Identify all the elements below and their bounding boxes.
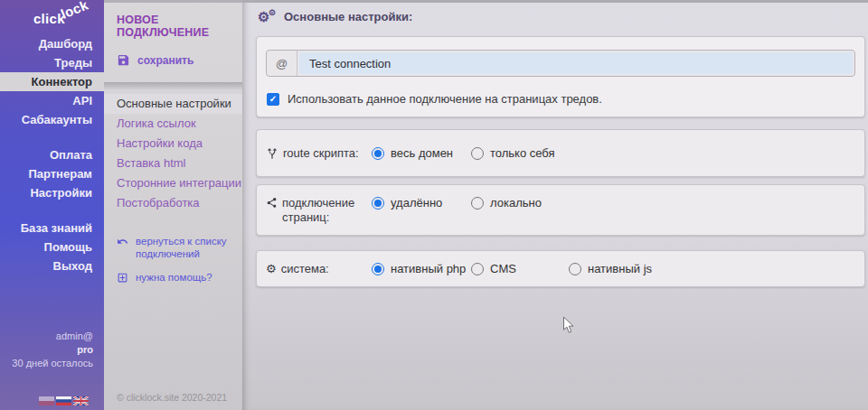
logo-text-lock: lock bbox=[58, 0, 90, 22]
sidebar-item-partners[interactable]: Партнерам bbox=[0, 164, 104, 183]
connection-panel: НОВОЕ ПОДКЛЮЧЕНИЕ сохранить Основные нас… bbox=[104, 0, 242, 410]
gears-icon: ⚙⚙ bbox=[258, 10, 276, 23]
page-title-text: Основные настройки: bbox=[284, 10, 412, 23]
menu-item-html-insert[interactable]: Вставка html bbox=[104, 154, 242, 173]
save-icon bbox=[117, 53, 130, 67]
poland-flag-icon[interactable] bbox=[39, 396, 54, 405]
connection-name-card: @ Использовать данное подключение на стр… bbox=[256, 36, 865, 117]
menu-item-third-party-integrations[interactable]: Сторонние интеграции bbox=[104, 173, 242, 193]
share-icon bbox=[266, 197, 278, 209]
account-info: admin@ pro 30 дней осталось bbox=[12, 330, 93, 370]
radio-only-self[interactable] bbox=[471, 147, 484, 160]
system-card: ⚙ система: нативный php CMS нативный js bbox=[256, 250, 865, 287]
menu-item-link-logic[interactable]: Логика ссылок bbox=[104, 114, 242, 134]
sidebar: clicklock Дашборд Треды Коннектор API Са… bbox=[0, 0, 104, 410]
use-on-threads-checkbox[interactable] bbox=[267, 93, 279, 106]
script-route-options: весь домен только себя bbox=[372, 146, 555, 160]
panel-divider bbox=[104, 82, 242, 90]
option-remote[interactable]: удалённо bbox=[372, 196, 471, 210]
page-connection-row: подключение страниц: удалённо локально bbox=[257, 185, 864, 225]
panel-links: вернуться к списку подключений нужна пом… bbox=[117, 235, 242, 284]
option-native-php[interactable]: нативный php bbox=[372, 262, 471, 275]
app-window: clicklock Дашборд Треды Коннектор API Са… bbox=[0, 0, 868, 410]
uk-flag-icon[interactable] bbox=[73, 396, 89, 405]
page-title: ⚙⚙ Основные настройки: bbox=[258, 10, 412, 23]
system-label-text: система: bbox=[281, 262, 329, 276]
language-switcher bbox=[39, 396, 89, 405]
option-local[interactable]: локально bbox=[471, 196, 542, 210]
nav-group-gap bbox=[0, 129, 104, 145]
sidebar-item-api[interactable]: API bbox=[0, 91, 104, 110]
page-connection-options: удалённо локально bbox=[372, 196, 542, 210]
undo-icon bbox=[117, 236, 128, 247]
radio-native-js[interactable] bbox=[569, 263, 581, 275]
menu-item-basic-settings[interactable]: Основные настройки bbox=[104, 94, 242, 114]
sidebar-item-subaccounts[interactable]: Сабакаунты bbox=[0, 110, 104, 129]
page-connection-card: подключение страниц: удалённо локально bbox=[256, 184, 865, 236]
panel-title: НОВОЕ ПОДКЛЮЧЕНИЕ bbox=[104, 3, 242, 39]
help-link-label: нужна помощь? bbox=[136, 271, 212, 284]
menu-item-postprocessing[interactable]: Постобработка bbox=[104, 193, 242, 213]
script-route-row: route скрипта: весь домен только себя bbox=[257, 130, 864, 176]
at-icon: @ bbox=[267, 51, 297, 76]
sidebar-item-payment[interactable]: Оплата bbox=[0, 145, 104, 164]
script-route-label: route скрипта: bbox=[266, 146, 372, 161]
sidebar-nav: Дашборд Треды Коннектор API Сабакаунты О… bbox=[0, 34, 104, 275]
russia-flag-icon[interactable] bbox=[56, 396, 71, 405]
account-days-left: 30 дней осталось bbox=[12, 357, 93, 370]
account-email: admin@ bbox=[12, 330, 93, 343]
page-connection-label-text: подключение страниц: bbox=[282, 196, 372, 225]
main-content: ⚙⚙ Основные настройки: @ Использовать да… bbox=[242, 0, 868, 410]
option-native-js[interactable]: нативный js bbox=[569, 262, 652, 275]
clicklock-logo: clicklock bbox=[0, 0, 104, 26]
connection-settings-menu: Основные настройки Логика ссылок Настрой… bbox=[104, 94, 242, 213]
radio-native-php[interactable] bbox=[372, 263, 384, 275]
sidebar-item-dashboard[interactable]: Дашборд bbox=[0, 34, 104, 53]
system-options: нативный php CMS нативный js bbox=[372, 262, 652, 275]
radio-remote[interactable] bbox=[372, 197, 384, 210]
connection-name-input[interactable] bbox=[299, 52, 853, 74]
option-whole-domain[interactable]: весь домен bbox=[372, 146, 471, 160]
back-link-label: вернуться к списку подключений bbox=[136, 235, 232, 260]
route-icon bbox=[266, 147, 278, 160]
sidebar-item-threads[interactable]: Треды bbox=[0, 53, 104, 72]
option-only-self[interactable]: только себя bbox=[471, 146, 555, 160]
script-route-label-text: route скрипта: bbox=[283, 146, 359, 161]
sidebar-item-settings[interactable]: Настройки bbox=[0, 183, 104, 202]
account-plan: pro bbox=[12, 343, 93, 357]
save-label: сохранить bbox=[137, 54, 193, 67]
checkbox-label: Использовать данное подключение на стран… bbox=[288, 92, 602, 106]
services-icon: ⚙ bbox=[266, 263, 277, 275]
radio-local[interactable] bbox=[471, 197, 484, 210]
need-help-link[interactable]: нужна помощь? bbox=[117, 271, 232, 284]
system-label: ⚙ система: bbox=[266, 262, 372, 276]
save-button[interactable]: сохранить bbox=[117, 53, 242, 67]
radio-cms[interactable] bbox=[471, 263, 484, 275]
sidebar-item-connector[interactable]: Коннектор bbox=[0, 72, 104, 91]
back-to-connections-link[interactable]: вернуться к списку подключений bbox=[117, 235, 232, 260]
nav-group-gap bbox=[0, 202, 104, 219]
page-connection-label: подключение страниц: bbox=[266, 196, 372, 225]
radio-whole-domain[interactable] bbox=[372, 147, 384, 160]
add-box-icon bbox=[117, 272, 128, 284]
script-route-card: route скрипта: весь домен только себя bbox=[256, 129, 865, 177]
menu-item-code-settings[interactable]: Настройки кода bbox=[104, 134, 242, 154]
sidebar-item-knowledge-base[interactable]: База знаний bbox=[0, 219, 104, 238]
copyright-text: © clicklock.site 2020-2021 bbox=[117, 392, 227, 403]
sidebar-item-help[interactable]: Помощь bbox=[0, 238, 104, 256]
option-cms[interactable]: CMS bbox=[471, 262, 569, 275]
sidebar-item-logout[interactable]: Выход bbox=[0, 256, 104, 275]
use-on-threads-row: Использовать данное подключение на стран… bbox=[267, 92, 864, 106]
system-row: ⚙ система: нативный php CMS нативный js bbox=[257, 251, 864, 286]
connection-name-input-group: @ bbox=[266, 50, 855, 77]
